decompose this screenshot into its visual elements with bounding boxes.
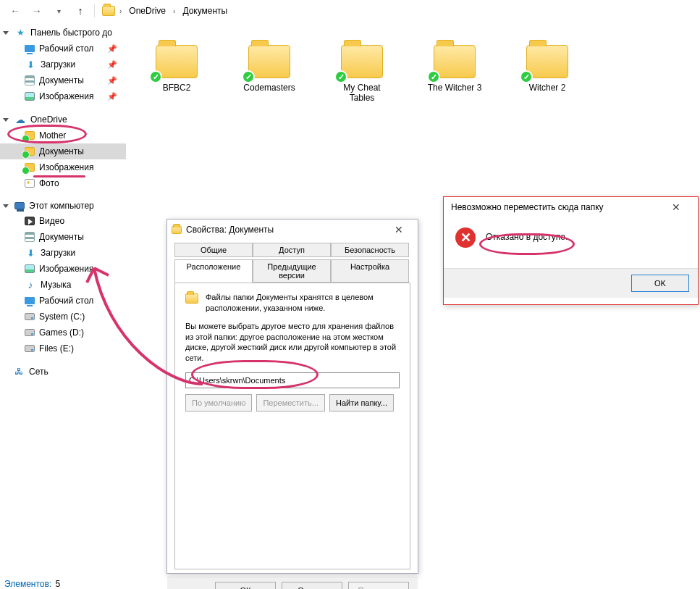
sync-ok-icon [520, 70, 533, 83]
network-header[interactable]: Сеть [0, 364, 126, 380]
drive-icon [25, 345, 35, 352]
folder-item[interactable]: My Cheat Tables [333, 41, 391, 103]
sidebar-item[interactable]: System (C:) [0, 309, 126, 325]
sidebar-item[interactable]: Видео [0, 213, 126, 229]
sidebar-item[interactable]: Mother [0, 128, 126, 143]
dialog-titlebar[interactable]: Невозможно переместить сюда папку ✕ [444, 197, 698, 217]
path-input[interactable] [185, 372, 400, 388]
sidebar-item-label: Games (D:) [39, 327, 84, 338]
sidebar-item[interactable]: Музыка [0, 277, 126, 293]
sidebar-item-label: Files (E:) [39, 343, 74, 354]
chevron-right-icon[interactable]: › [117, 7, 125, 15]
chevron-right-icon[interactable]: › [170, 7, 178, 15]
ok-button[interactable]: ОК [215, 582, 276, 589]
sidebar-item-label: Загрузки [41, 248, 75, 258]
sidebar-item-label: Документы [39, 146, 84, 156]
folder-icon [172, 226, 182, 234]
dialog-title: Невозможно переместить сюда папку [451, 202, 604, 212]
error-message: Отказано в доступе. [486, 227, 568, 242]
sidebar-item-label: Видео [39, 216, 64, 226]
recent-dropdown[interactable]: ▾ [49, 1, 68, 20]
sidebar-item-label: Изображения [39, 162, 93, 172]
quick-access-header[interactable]: ★ Панель быстрого до [0, 25, 126, 41]
tab-settings[interactable]: Настройка [331, 259, 409, 283]
sidebar-item[interactable]: Документы [0, 143, 126, 159]
folder-item[interactable]: Codemasters [240, 41, 298, 103]
close-button[interactable]: ✕ [384, 221, 413, 238]
sidebar-item[interactable]: Документы📌 [0, 72, 126, 88]
tab-previous-versions[interactable]: Предыдущие версии [253, 259, 331, 283]
desktop-icon [25, 297, 35, 304]
sidebar-item[interactable]: Документы [0, 229, 126, 245]
syncfolder-icon [25, 131, 35, 140]
pin-icon: 📌 [107, 44, 117, 54]
this-pc-header[interactable]: Этот компьютер [0, 199, 126, 213]
tab-row: Общие Доступ Безопасность [167, 240, 418, 257]
tab-general[interactable]: Общие [174, 243, 253, 257]
sidebar-item[interactable]: Фото [0, 175, 126, 191]
folder-label: My Cheat Tables [333, 83, 391, 103]
sidebar-item-label: System (C:) [39, 312, 85, 322]
sidebar-item-label: Документы [39, 232, 84, 242]
folder-icon [341, 45, 383, 78]
doc-icon [25, 75, 35, 85]
back-button[interactable]: ← [6, 1, 25, 20]
onedrive-header[interactable]: OneDrive [0, 112, 126, 128]
sidebar-item-label: Изображения [39, 91, 93, 101]
location-desc2: Вы можете выбрать другое место для хране… [185, 321, 400, 364]
forward-button: → [28, 1, 46, 20]
drive-icon [25, 313, 35, 320]
sidebar-item[interactable]: Изображения [0, 159, 126, 175]
sidebar-item[interactable]: Рабочий стол📌 [0, 41, 126, 57]
sidebar-item-label: Музыка [41, 280, 71, 290]
desktop-icon [25, 45, 35, 52]
sidebar-item[interactable]: Рабочий стол [0, 293, 126, 309]
tab-location[interactable]: Расположение [174, 259, 253, 283]
sidebar-item[interactable]: Загрузки [0, 245, 126, 261]
pc-icon [14, 202, 25, 209]
img-icon [25, 92, 35, 101]
status-label: Элементов: [4, 579, 51, 589]
ok-button[interactable]: OK [631, 275, 689, 292]
sidebar-item[interactable]: Изображения📌 [0, 88, 126, 104]
dialog-title: Свойства: Документы [186, 225, 274, 235]
breadcrumb[interactable]: › OneDrive › Документы [102, 4, 230, 17]
cancel-button[interactable]: Отмена [282, 582, 342, 589]
sidebar-item[interactable]: Files (E:) [0, 341, 126, 356]
expand-icon [3, 204, 9, 208]
expand-icon [3, 31, 9, 35]
folder-icon [434, 45, 476, 78]
dialog-actions: ОК Отмена Применить [167, 577, 418, 589]
download-icon [25, 59, 36, 70]
group-label: Сеть [29, 367, 49, 377]
breadcrumb-current[interactable]: Документы [180, 4, 230, 17]
group-label: OneDrive [30, 114, 67, 125]
tab-access[interactable]: Доступ [253, 243, 331, 257]
apply-button[interactable]: Применить [348, 582, 409, 589]
sidebar-item[interactable]: Изображения [0, 261, 126, 277]
move-button[interactable]: Переместить... [256, 394, 325, 412]
syncfolder-icon [25, 147, 35, 156]
folder-label: Codemasters [243, 83, 295, 93]
breadcrumb-root[interactable]: OneDrive [126, 4, 169, 17]
sync-ok-icon [334, 70, 347, 83]
group-label: Панель быстрого до [30, 28, 112, 38]
tab-security[interactable]: Безопасность [331, 243, 409, 257]
folder-icon [156, 45, 198, 78]
sync-ok-icon [149, 70, 162, 83]
sidebar-item[interactable]: Games (D:) [0, 325, 126, 341]
dialog-titlebar[interactable]: Свойства: Документы ✕ [167, 220, 418, 240]
folder-item[interactable]: Witcher 2 [518, 41, 576, 103]
folder-icon [248, 45, 290, 78]
folder-item[interactable]: The Witcher 3 [426, 41, 484, 103]
drive-icon [25, 329, 35, 336]
sidebar-item[interactable]: Загрузки📌 [0, 57, 126, 72]
folder-icon [185, 293, 198, 304]
syncfolder-icon [25, 163, 35, 172]
nav-sidebar: ★ Панель быстрого до Рабочий стол📌Загруз… [0, 22, 126, 572]
up-button[interactable]: ↑ [71, 1, 90, 20]
close-button[interactable]: ✕ [662, 199, 691, 216]
folder-item[interactable]: BFBC2 [148, 41, 206, 103]
find-target-button[interactable]: Найти папку... [329, 394, 394, 412]
restore-default-button[interactable]: По умолчанию [185, 394, 252, 412]
